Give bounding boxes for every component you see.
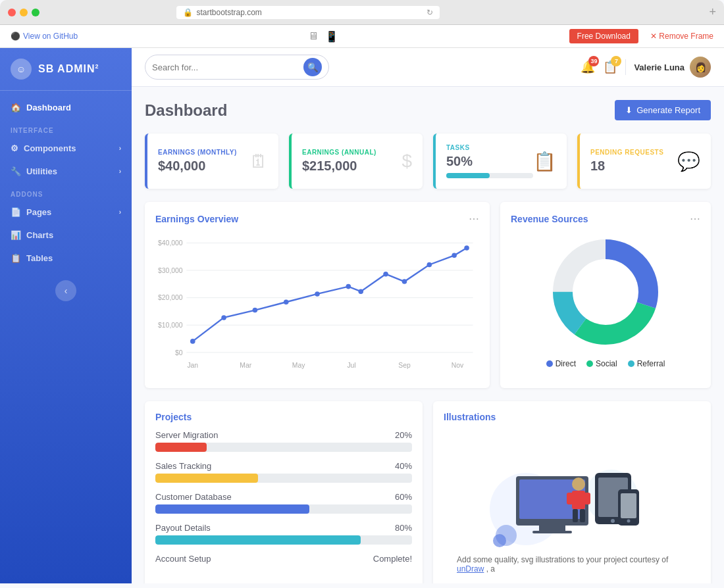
svg-point-11 xyxy=(221,315,226,320)
stat-card-left: TASKS 50% xyxy=(446,144,533,178)
svg-text:$20,000: $20,000 xyxy=(158,294,183,301)
browser-url-bar[interactable]: 🔒 startbootstrap.com ↻ xyxy=(176,6,440,19)
svg-point-16 xyxy=(358,289,363,294)
github-link[interactable]: ⚫ View on GitHub xyxy=(11,32,78,41)
free-download-button[interactable]: Free Download xyxy=(569,29,638,43)
lock-icon: 🔒 xyxy=(183,8,193,17)
user-name: Valerie Luna xyxy=(634,62,685,72)
illustration-svg xyxy=(480,443,664,549)
avatar-icon: 👩 xyxy=(695,62,706,72)
dot-red xyxy=(8,9,16,16)
svg-text:Jul: Jul xyxy=(347,362,355,369)
referral-label: Referral xyxy=(637,359,665,368)
svg-point-43 xyxy=(627,520,631,523)
svg-rect-48 xyxy=(573,509,578,522)
sidebar-item-charts[interactable]: 📊 Charts xyxy=(0,224,132,247)
earnings-chart-header: Earnings Overview ⋯ xyxy=(155,212,479,225)
stat-value: 18 xyxy=(590,159,663,174)
undraw-link[interactable]: unDraw xyxy=(457,564,484,574)
brand-icon: ☺ xyxy=(11,59,32,80)
revenue-chart-menu[interactable]: ⋯ xyxy=(690,212,700,225)
search-button[interactable]: 🔍 xyxy=(303,58,322,76)
svg-point-12 xyxy=(253,308,258,313)
sidebar-item-components[interactable]: ⚙ Components › xyxy=(0,137,132,160)
stat-card-annual: EARNINGS (ANNUAL) $215,000 $ xyxy=(289,134,423,189)
search-bar[interactable]: 🔍 xyxy=(145,55,329,80)
user-menu[interactable]: Valerie Luna 👩 xyxy=(634,57,711,78)
generate-btn-label: Generate Report xyxy=(636,105,700,115)
dashboard-body: Dashboard ⬇ Generate Report EARNINGS (MO… xyxy=(132,87,724,583)
comments-icon: 💬 xyxy=(677,151,700,172)
project-name-4: Account Setup xyxy=(155,554,211,564)
notifications-list[interactable]: 📋 7 xyxy=(603,60,617,74)
components-icon: ⚙ xyxy=(11,143,18,153)
brand-icon-text: ☺ xyxy=(16,64,26,74)
url-text: startbootstrap.com xyxy=(196,8,261,17)
illustrations-card: Illustrations xyxy=(433,401,711,583)
stat-label: TASKS xyxy=(446,144,533,151)
generate-report-button[interactable]: ⬇ Generate Report xyxy=(615,100,711,120)
new-tab-button[interactable]: + xyxy=(709,5,716,19)
project-item-3: Payout Details 80% xyxy=(155,523,412,545)
project-percent-1: 40% xyxy=(395,461,412,471)
revenue-sources-card: Revenue Sources ⋯ xyxy=(500,202,711,388)
project-header-1: Sales Tracking 40% xyxy=(155,461,412,471)
tasks-icon: 📋 xyxy=(533,151,556,172)
notifications-bell[interactable]: 🔔 39 xyxy=(581,60,595,74)
legend-social: Social xyxy=(586,359,617,368)
sidebar-item-utilities[interactable]: 🔧 Utilities › xyxy=(0,160,132,183)
svg-rect-42 xyxy=(621,493,636,518)
tasks-progress-bar xyxy=(446,173,490,178)
sidebar-collapse-button[interactable]: ‹ xyxy=(55,280,76,301)
sidebar-item-label: Tables xyxy=(26,253,53,263)
stat-label: EARNINGS (ANNUAL) xyxy=(302,149,376,156)
project-progress-3 xyxy=(155,535,412,545)
charts-icon: 📊 xyxy=(11,230,21,240)
project-complete-4: Complete! xyxy=(373,554,412,564)
social-label: Social xyxy=(596,359,617,368)
svg-rect-49 xyxy=(580,509,585,522)
sidebar-item-tables[interactable]: 📋 Tables xyxy=(0,247,132,270)
chevron-right-icon: › xyxy=(119,168,121,175)
stat-card-left: EARNINGS (MONTHLY) $40,000 xyxy=(158,149,237,174)
svg-rect-47 xyxy=(584,493,590,504)
direct-dot xyxy=(546,360,553,367)
project-bar-0 xyxy=(155,443,207,452)
project-bar-2 xyxy=(155,504,309,514)
svg-text:$10,000: $10,000 xyxy=(158,322,183,329)
reload-icon[interactable]: ↻ xyxy=(427,8,433,17)
svg-point-18 xyxy=(402,279,407,284)
sidebar-item-pages[interactable]: 📄 Pages › xyxy=(0,201,132,224)
main-content: 🔍 🔔 39 📋 7 Valerie Luna 👩 xyxy=(132,48,724,583)
svg-point-15 xyxy=(346,284,351,289)
projects-title: Projects xyxy=(155,412,192,422)
stat-label: EARNINGS (MONTHLY) xyxy=(158,149,237,156)
svg-text:Jan: Jan xyxy=(187,362,198,369)
project-progress-2 xyxy=(155,504,412,514)
illustrations-header: Illustrations xyxy=(444,412,700,422)
project-percent-3: 80% xyxy=(395,523,412,533)
social-dot xyxy=(586,360,593,367)
svg-text:$30,000: $30,000 xyxy=(158,267,183,274)
sidebar-brand: ☺ SB ADMIN2 xyxy=(0,48,132,91)
svg-text:Nov: Nov xyxy=(452,362,464,369)
search-input[interactable] xyxy=(152,62,303,72)
earnings-chart-menu[interactable]: ⋯ xyxy=(469,212,479,225)
referral-dot xyxy=(628,360,634,367)
charts-row: Earnings Overview ⋯ $40,000 xyxy=(145,202,711,388)
svg-text:$40,000: $40,000 xyxy=(158,239,183,247)
line-chart-svg: $40,000 $30,000 $20,000 $10,000 $0 xyxy=(155,233,479,378)
sidebar-item-dashboard[interactable]: 🏠 Dashboard xyxy=(0,96,132,119)
stat-card-pending: PENDING REQUESTS 18 💬 xyxy=(577,134,711,189)
dot-yellow xyxy=(20,9,28,16)
remove-frame-button[interactable]: ✕ Remove Frame xyxy=(650,32,713,41)
stat-label: PENDING REQUESTS xyxy=(590,149,663,156)
search-icon: 🔍 xyxy=(307,62,319,72)
chevron-right-icon: › xyxy=(119,145,121,152)
stat-card-left: EARNINGS (ANNUAL) $215,000 xyxy=(302,149,376,174)
illustrations-description: Add some quality, svg illustrations to y… xyxy=(457,555,668,564)
tables-icon: 📋 xyxy=(11,253,21,263)
list-badge: 7 xyxy=(611,56,621,66)
stats-row: EARNINGS (MONTHLY) $40,000 🗓 EARNINGS (A… xyxy=(145,134,711,189)
svg-point-40 xyxy=(611,519,615,523)
